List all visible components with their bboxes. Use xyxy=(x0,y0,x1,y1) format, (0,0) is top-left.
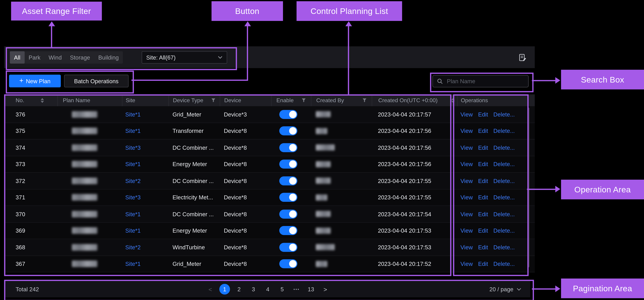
enable-toggle[interactable] xyxy=(279,176,298,185)
plan-log-icon[interactable] xyxy=(518,53,527,62)
redacted-plan-name xyxy=(72,144,97,151)
cell-operations: View Edit Delete... xyxy=(457,140,535,156)
page-item[interactable]: 5 xyxy=(277,284,288,295)
enable-toggle[interactable] xyxy=(279,243,298,252)
cell-no: 374 xyxy=(4,140,58,156)
delete-link[interactable]: Delete... xyxy=(493,178,515,184)
enable-toggle[interactable] xyxy=(279,193,298,202)
view-link[interactable]: View xyxy=(460,178,473,184)
view-link[interactable]: View xyxy=(460,211,473,217)
cell-device-type: Energy Meter xyxy=(168,223,220,239)
site-link[interactable]: Site*1 xyxy=(125,161,141,167)
page-item[interactable]: 1 xyxy=(219,284,230,295)
delete-link[interactable]: Delete... xyxy=(493,111,515,118)
batch-operations-button[interactable]: Batch Operations xyxy=(64,75,129,87)
view-link[interactable]: View xyxy=(460,161,473,167)
cell-enable xyxy=(271,189,311,205)
view-link[interactable]: View xyxy=(460,244,473,251)
tab-wind[interactable]: Wind xyxy=(44,51,66,64)
page-item[interactable]: ••• xyxy=(291,284,302,295)
new-plan-button[interactable]: + New Plan xyxy=(9,75,61,87)
edit-link[interactable]: Edit xyxy=(478,128,488,134)
cell-created-on: 2023-04-04 20:17:56 xyxy=(372,156,457,172)
column-operations: Operations xyxy=(461,97,488,103)
page-item[interactable]: 3 xyxy=(248,284,259,295)
sort-caret-icon[interactable] xyxy=(451,98,455,103)
edit-link[interactable]: Edit xyxy=(478,227,488,234)
edit-link[interactable]: Edit xyxy=(478,261,488,267)
annotation-pagination-area: Pagination Area xyxy=(561,279,644,298)
enable-toggle[interactable] xyxy=(279,259,298,269)
enable-toggle[interactable] xyxy=(279,226,298,235)
edit-link[interactable]: Edit xyxy=(478,211,488,217)
redacted-created-by xyxy=(316,111,331,117)
delete-link[interactable]: Delete... xyxy=(493,161,515,167)
delete-link[interactable]: Delete... xyxy=(493,244,515,251)
table-scrollbar[interactable] xyxy=(527,107,530,268)
site-link[interactable]: Site*1 xyxy=(125,128,141,134)
filter-funnel-icon[interactable] xyxy=(302,98,306,103)
site-link[interactable]: Site*1 xyxy=(125,227,141,234)
view-link[interactable]: View xyxy=(460,128,473,134)
site-link[interactable]: Site*2 xyxy=(125,178,141,184)
annotation-search-box: Search Box xyxy=(561,70,644,90)
view-link[interactable]: View xyxy=(460,227,473,234)
table-row: 369 Site*1 Energy Meter Device*8 2023-04… xyxy=(4,223,535,239)
site-link[interactable]: Site*3 xyxy=(125,144,141,151)
edit-link[interactable]: Edit xyxy=(478,178,488,184)
edit-link[interactable]: Edit xyxy=(478,144,488,151)
redacted-created-by xyxy=(316,244,335,250)
page-item[interactable]: 4 xyxy=(262,284,273,295)
page-item[interactable]: 13 xyxy=(306,284,316,295)
delete-link[interactable]: Delete... xyxy=(493,194,515,201)
enable-toggle[interactable] xyxy=(279,110,298,119)
site-link[interactable]: Site*1 xyxy=(125,261,141,267)
site-link[interactable]: Site*1 xyxy=(125,211,141,217)
delete-link[interactable]: Delete... xyxy=(493,144,515,151)
column-enable: Enable xyxy=(276,97,294,103)
delete-link[interactable]: Delete... xyxy=(493,128,515,134)
site-link[interactable]: Site*3 xyxy=(125,194,141,201)
edit-link[interactable]: Edit xyxy=(478,194,488,201)
tab-park[interactable]: Park xyxy=(24,51,44,64)
annotation-asset-range-filter: Asset Range Filter xyxy=(11,1,102,20)
edit-link[interactable]: Edit xyxy=(478,244,488,251)
delete-link[interactable]: Delete... xyxy=(493,261,515,267)
site-dropdown[interactable]: Site: All(67) xyxy=(142,51,227,64)
edit-link[interactable]: Edit xyxy=(478,111,488,118)
page-item[interactable]: 2 xyxy=(234,284,244,295)
delete-link[interactable]: Delete... xyxy=(493,211,515,217)
enable-toggle[interactable] xyxy=(279,126,298,136)
enable-toggle[interactable] xyxy=(279,143,298,152)
tab-storage[interactable]: Storage xyxy=(66,51,94,64)
view-link[interactable]: View xyxy=(460,144,473,151)
tab-building[interactable]: Building xyxy=(94,51,123,64)
table-row: 370 Site*1 DC Combiner ... Device*8 2023… xyxy=(4,206,535,223)
search-input[interactable] xyxy=(446,77,524,85)
enable-toggle[interactable] xyxy=(279,160,298,169)
cell-device-type: DC Combiner ... xyxy=(168,206,220,222)
next-page-button[interactable]: > xyxy=(320,284,330,295)
enable-toggle[interactable] xyxy=(279,209,298,219)
view-link[interactable]: View xyxy=(460,261,473,267)
cell-device-type: Transformer xyxy=(168,123,220,139)
page-list: 12345•••13 xyxy=(219,284,316,295)
site-link[interactable]: Site*2 xyxy=(125,244,141,251)
site-link[interactable]: Site*1 xyxy=(125,111,141,118)
cell-device-type: Energy Meter xyxy=(168,156,220,172)
page-size-select[interactable]: 20 / page xyxy=(489,286,521,293)
filter-funnel-icon[interactable] xyxy=(211,98,216,103)
delete-link[interactable]: Delete... xyxy=(493,227,515,234)
view-link[interactable]: View xyxy=(460,111,473,118)
prev-page-button[interactable]: < xyxy=(205,284,216,295)
tab-all[interactable]: All xyxy=(10,51,24,64)
edit-link[interactable]: Edit xyxy=(478,161,488,167)
cell-operations: View Edit Delete... xyxy=(457,256,535,272)
table-row: 373 Site*1 Energy Meter Device*8 2023-04… xyxy=(4,156,535,172)
cell-plan-name xyxy=(58,256,122,272)
view-link[interactable]: View xyxy=(460,194,473,201)
cell-created-by xyxy=(311,239,372,255)
filter-funnel-icon[interactable] xyxy=(362,98,367,103)
cell-site: Site*3 xyxy=(122,189,168,205)
sort-caret-icon[interactable] xyxy=(40,98,44,103)
